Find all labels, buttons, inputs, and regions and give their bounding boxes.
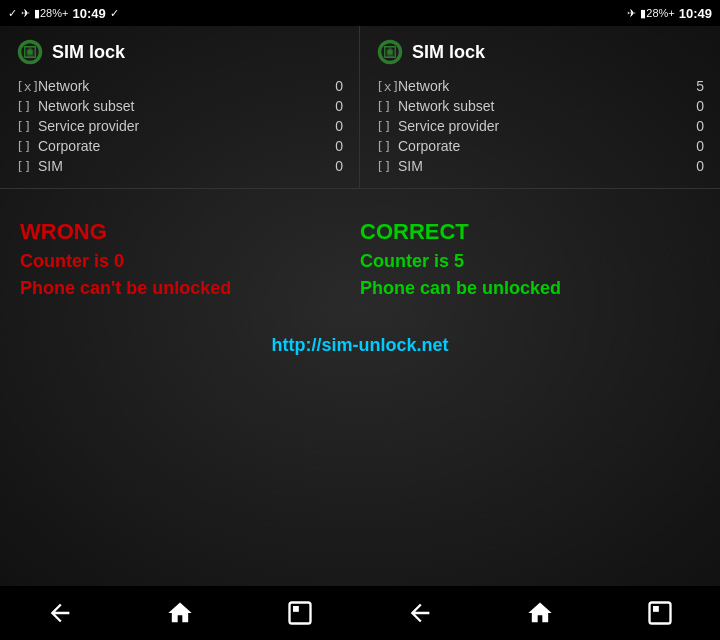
wrong-message: Phone can't be unlocked bbox=[20, 278, 360, 299]
svg-rect-8 bbox=[650, 603, 671, 624]
recent-icon-2 bbox=[646, 599, 674, 627]
left-checkbox-3: [] bbox=[16, 139, 38, 154]
left-value-sim: 0 bbox=[319, 158, 343, 174]
right-row-4: [] SIM 0 bbox=[376, 156, 704, 176]
svg-rect-6 bbox=[290, 603, 311, 624]
right-value-network: 5 bbox=[680, 78, 704, 94]
left-row-4: [] SIM 0 bbox=[16, 156, 343, 176]
airplane-icon-right: ✈ bbox=[627, 7, 636, 20]
home-icon-2 bbox=[526, 599, 554, 627]
recent-button[interactable] bbox=[266, 591, 334, 635]
left-value-service-provider: 0 bbox=[319, 118, 343, 134]
status-bar-left: ✓ ✈ ▮28%+ 10:49 ✓ bbox=[8, 6, 360, 21]
right-checkbox-2: [] bbox=[376, 119, 398, 134]
battery-left: ▮28%+ bbox=[34, 7, 68, 20]
status-bar-right: ✈ ▮28%+ 10:49 bbox=[360, 6, 712, 21]
airplane-icon-left: ✈ bbox=[21, 7, 30, 20]
right-checkbox-4: [] bbox=[376, 159, 398, 174]
right-checkbox-0: [x] bbox=[376, 79, 398, 94]
back-button-2[interactable] bbox=[386, 591, 454, 635]
left-checkbox-0: [x] bbox=[16, 79, 38, 94]
left-checkbox-4: [] bbox=[16, 159, 38, 174]
sim-icon-left bbox=[16, 38, 44, 66]
left-panel-header: SIM lock bbox=[16, 38, 343, 66]
left-label-service-provider: Service provider bbox=[38, 118, 319, 134]
left-lock-table: [x] Network 0 [] Network subset 0 [] Ser… bbox=[16, 76, 343, 176]
right-panel-header: SIM lock bbox=[376, 38, 704, 66]
time-right: 10:49 bbox=[679, 6, 712, 21]
right-label-corporate: Corporate bbox=[398, 138, 680, 154]
right-value-sim: 0 bbox=[680, 158, 704, 174]
left-label-network-subset: Network subset bbox=[38, 98, 319, 114]
right-label-network-subset: Network subset bbox=[398, 98, 680, 114]
results-row: WRONG Counter is 0 Phone can't be unlock… bbox=[0, 189, 720, 319]
left-label-corporate: Corporate bbox=[38, 138, 319, 154]
left-panel: SIM lock [x] Network 0 [] Network subset… bbox=[0, 26, 360, 188]
correct-counter: Counter is 5 bbox=[360, 251, 700, 272]
battery-right: ▮28%+ bbox=[640, 7, 674, 20]
panels-row: SIM lock [x] Network 0 [] Network subset… bbox=[0, 26, 720, 189]
right-row-0: [x] Network 5 bbox=[376, 76, 704, 96]
nav-bar bbox=[0, 586, 720, 640]
right-value-corporate: 0 bbox=[680, 138, 704, 154]
left-value-network: 0 bbox=[319, 78, 343, 94]
home-button-2[interactable] bbox=[506, 591, 574, 635]
back-icon-2 bbox=[406, 599, 434, 627]
check-icon-left2: ✓ bbox=[110, 7, 119, 20]
left-panel-title: SIM lock bbox=[52, 42, 125, 63]
right-row-2: [] Service provider 0 bbox=[376, 116, 704, 136]
right-row-1: [] Network subset 0 bbox=[376, 96, 704, 116]
right-value-network-subset: 0 bbox=[680, 98, 704, 114]
correct-result-panel: CORRECT Counter is 5 Phone can be unlock… bbox=[360, 219, 700, 299]
correct-status: CORRECT bbox=[360, 219, 700, 245]
back-icon bbox=[46, 599, 74, 627]
right-row-3: [] Corporate 0 bbox=[376, 136, 704, 156]
sim-icon-right bbox=[376, 38, 404, 66]
left-value-corporate: 0 bbox=[319, 138, 343, 154]
url-link[interactable]: http://sim-unlock.net bbox=[272, 335, 449, 356]
home-button[interactable] bbox=[146, 591, 214, 635]
right-panel-title: SIM lock bbox=[412, 42, 485, 63]
url-row: http://sim-unlock.net bbox=[0, 319, 720, 372]
recent-icon bbox=[286, 599, 314, 627]
left-row-1: [] Network subset 0 bbox=[16, 96, 343, 116]
svg-rect-9 bbox=[653, 606, 659, 612]
status-bar: ✓ ✈ ▮28%+ 10:49 ✓ ✈ ▮28%+ 10:49 bbox=[0, 0, 720, 26]
wrong-counter: Counter is 0 bbox=[20, 251, 360, 272]
left-checkbox-2: [] bbox=[16, 119, 38, 134]
left-checkbox-1: [] bbox=[16, 99, 38, 114]
left-row-0: [x] Network 0 bbox=[16, 76, 343, 96]
left-row-2: [] Service provider 0 bbox=[16, 116, 343, 136]
right-checkbox-1: [] bbox=[376, 99, 398, 114]
svg-rect-7 bbox=[293, 606, 299, 612]
right-panel: SIM lock [x] Network 5 [] Network subset… bbox=[360, 26, 720, 188]
check-icon-left: ✓ bbox=[8, 7, 17, 20]
time-left: 10:49 bbox=[72, 6, 105, 21]
left-label-sim: SIM bbox=[38, 158, 319, 174]
right-checkbox-3: [] bbox=[376, 139, 398, 154]
right-label-sim: SIM bbox=[398, 158, 680, 174]
correct-message: Phone can be unlocked bbox=[360, 278, 700, 299]
right-value-service-provider: 0 bbox=[680, 118, 704, 134]
left-value-network-subset: 0 bbox=[319, 98, 343, 114]
main-content: SIM lock [x] Network 0 [] Network subset… bbox=[0, 26, 720, 586]
right-label-network: Network bbox=[398, 78, 680, 94]
left-label-network: Network bbox=[38, 78, 319, 94]
right-label-service-provider: Service provider bbox=[398, 118, 680, 134]
wrong-result-panel: WRONG Counter is 0 Phone can't be unlock… bbox=[20, 219, 360, 299]
right-lock-table: [x] Network 5 [] Network subset 0 [] Ser… bbox=[376, 76, 704, 176]
recent-button-2[interactable] bbox=[626, 591, 694, 635]
wrong-status: WRONG bbox=[20, 219, 360, 245]
home-icon bbox=[166, 599, 194, 627]
left-row-3: [] Corporate 0 bbox=[16, 136, 343, 156]
back-button[interactable] bbox=[26, 591, 94, 635]
